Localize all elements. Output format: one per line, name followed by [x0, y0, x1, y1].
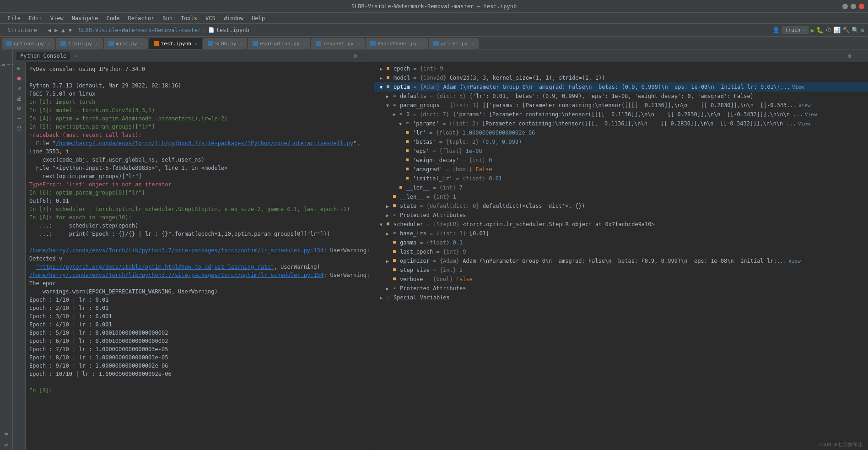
- var-optimizer-sched[interactable]: ▶ ■ optimizer = {Adam} Adam (\nParameter…: [374, 256, 868, 266]
- tab-close-options[interactable]: ✕: [48, 41, 50, 46]
- tab-basicmodel-py[interactable]: BasicModel.py ✕: [366, 38, 428, 49]
- var-lr[interactable]: ■ 'lr' = {float} 1.0000000000000002e-06: [374, 128, 868, 137]
- build-button[interactable]: 🔨: [842, 27, 850, 33]
- console-rerun-btn[interactable]: ↺: [15, 84, 23, 92]
- sidebar-structure-icon[interactable]: S: [1, 440, 11, 450]
- tab-writer-py[interactable]: writer.py ✕: [429, 38, 479, 49]
- run-config-selector[interactable]: train ▾: [782, 26, 809, 34]
- menu-navigate[interactable]: Navigate: [68, 14, 102, 22]
- tab-close-misc[interactable]: ✕: [141, 41, 144, 46]
- view-link-optim[interactable]: View: [792, 84, 804, 90]
- nav-forward[interactable]: ▶: [53, 26, 59, 34]
- tab-slbr-py[interactable]: SLBR.py ✕: [203, 38, 247, 49]
- view-link-pg0[interactable]: View: [805, 112, 817, 118]
- tab-test-ipynb[interactable]: test.ipynb ✕: [149, 38, 202, 49]
- console-print-btn[interactable]: 🖨: [15, 94, 23, 103]
- var-amsgrad[interactable]: ■ 'amsgrad' = {bool} False: [374, 165, 868, 174]
- tab-close-writer[interactable]: ✕: [471, 41, 474, 46]
- menu-vcs[interactable]: VCS: [202, 14, 219, 22]
- var-defaults[interactable]: ▶ ≡ defaults = {dict: 5} {'lr': 0.01, 'b…: [374, 92, 868, 101]
- close-button[interactable]: [859, 4, 864, 9]
- menu-tools[interactable]: Tools: [177, 14, 201, 22]
- console-output[interactable]: PyDev console: using IPython 7.34.0 Pyth…: [26, 62, 374, 450]
- settings-button[interactable]: ⚙: [861, 27, 864, 33]
- breadcrumb-file[interactable]: test.ipynb: [216, 27, 249, 33]
- profile-button[interactable]: 📊: [833, 27, 841, 33]
- var-protected-sched[interactable]: ▶ ★ Protected Attributes: [374, 284, 868, 293]
- console-clock-btn[interactable]: ⏱: [15, 125, 23, 133]
- tab-options-py[interactable]: options.py ✕: [2, 38, 55, 49]
- tab-evaluation-py[interactable]: evaluation.py ✕: [248, 38, 310, 49]
- sidebar-project-icon[interactable]: Proj: [1, 51, 11, 79]
- var-pg-0[interactable]: ▼ ≡ 0 = {dict: 7} {'params': [Parameter …: [374, 110, 868, 119]
- tab-misc-py[interactable]: misc.py ✕: [104, 38, 148, 49]
- debugger-variables-tree[interactable]: ▶ ■ epoch = {int} 9 ▶ ■ model = {Conv2d}…: [374, 62, 868, 450]
- var-verbose[interactable]: ■ verbose = {bool} False: [374, 275, 868, 284]
- var-icon-opt-sched: ■: [391, 258, 398, 264]
- var-gamma[interactable]: ■ gamma = {float} 0.1: [374, 238, 868, 247]
- console-settings[interactable]: ⚙: [351, 52, 359, 60]
- var-model[interactable]: ▶ ■ model = {Conv2d} Conv2d(3, 3, kernel…: [374, 73, 868, 82]
- menu-run[interactable]: Run: [159, 14, 176, 22]
- nav-back[interactable]: ◀: [46, 26, 52, 34]
- console-add-btn[interactable]: +: [15, 114, 23, 123]
- var-weight-decay[interactable]: ■ 'weight_decay' = {int} 0: [374, 156, 868, 165]
- menu-view[interactable]: View: [47, 14, 67, 22]
- tab-label-resunet: resunet.py: [323, 41, 353, 47]
- menu-file[interactable]: File: [4, 14, 24, 22]
- tab-close-basicmodel[interactable]: ✕: [421, 41, 423, 46]
- var-params[interactable]: ▼ ≡ 'params' = {list: 2} [Parameter cont…: [374, 119, 868, 128]
- console-line-12: ...: print("Epoch : {}/{} | lr : {}".for…: [29, 230, 370, 238]
- var-optim[interactable]: ▼ ■ optim = {Adam} Adam (\nParameter Gro…: [374, 82, 868, 92]
- menu-edit[interactable]: Edit: [25, 14, 46, 22]
- tab-close-eval[interactable]: ✕: [303, 41, 306, 46]
- var-epoch[interactable]: ▶ ■ epoch = {int} 9: [374, 64, 868, 73]
- coverage-button[interactable]: ⏱: [825, 27, 831, 33]
- var-step-size[interactable]: ■ step_size = {int} 2: [374, 266, 868, 275]
- var-param-groups[interactable]: ▼ ≡ param_groups = {list: 1} [{'params':…: [374, 101, 868, 110]
- menu-bar: File Edit View Navigate Code Refactor Ru…: [0, 13, 868, 24]
- view-link-pg[interactable]: View: [798, 103, 811, 108]
- var-state[interactable]: ▶ ■ state = {defaultdict: 0} defaultdict…: [374, 201, 868, 211]
- console-close[interactable]: −: [362, 52, 370, 60]
- var-base-lrs[interactable]: ▶ ≡ base_lrs = {list: 1} [0.01]: [374, 229, 868, 238]
- var-len-1[interactable]: ■ __len__ = {int} 1: [374, 192, 868, 201]
- search-button[interactable]: 🔍: [852, 27, 859, 33]
- var-len-7[interactable]: ■ __len__ = {int} 7: [374, 183, 868, 192]
- tab-close-slbr[interactable]: ✕: [240, 41, 243, 46]
- console-loop-btn[interactable]: ⟳: [15, 104, 23, 113]
- tab-train-py[interactable]: train.py ✕: [56, 38, 103, 49]
- var-betas[interactable]: ■ 'betas' = {tuple: 2} (0.9, 0.999): [374, 137, 868, 146]
- sidebar-bookmarks-icon[interactable]: B: [1, 429, 11, 439]
- view-link-opt-sched[interactable]: View: [788, 258, 801, 264]
- nav-up[interactable]: ▲: [60, 26, 66, 34]
- menu-help[interactable]: Help: [248, 14, 269, 22]
- menu-refactor[interactable]: Refactor: [124, 14, 158, 22]
- var-special[interactable]: ▶ ⊞ Special Variables: [374, 293, 868, 302]
- tab-close-test[interactable]: ✕: [195, 41, 198, 46]
- project-name[interactable]: SLBR-Visible-Watermark-Removal-master: [79, 27, 201, 33]
- console-tab[interactable]: Python Console: [16, 52, 70, 60]
- nav-down[interactable]: ▼: [67, 26, 73, 34]
- var-protected-optim[interactable]: ▶ ★ Protected Attributes: [374, 211, 868, 220]
- var-eps[interactable]: ■ 'eps' = {float} 1e-08: [374, 146, 868, 156]
- minimize-button[interactable]: [842, 4, 848, 9]
- debugger-settings-btn[interactable]: ⚙: [845, 52, 853, 60]
- view-link-params[interactable]: View: [798, 121, 810, 127]
- console-stop-btn[interactable]: ■: [15, 74, 23, 82]
- var-initial-lr[interactable]: ■ 'initial_lr' = {float} 0.01: [374, 174, 868, 183]
- menu-window[interactable]: Window: [220, 14, 247, 22]
- run-button[interactable]: ▶: [811, 27, 814, 34]
- console-tab-close[interactable]: ✕: [75, 53, 77, 58]
- debugger-close-btn[interactable]: −: [856, 52, 864, 60]
- tab-close-resunet[interactable]: ✕: [357, 41, 360, 46]
- maximize-button[interactable]: [851, 4, 856, 9]
- tab-resunet-py[interactable]: resunet.py ✕: [311, 38, 364, 49]
- console-line-6: In [4]: optim = torch.optim.Adam(model.p…: [29, 114, 370, 123]
- var-last-epoch[interactable]: ■ last_epoch = {int} 9: [374, 247, 868, 256]
- var-scheduler[interactable]: ▼ ■ scheduler = {StepLR} <torch.optim.lr…: [374, 220, 868, 229]
- menu-code[interactable]: Code: [103, 14, 124, 22]
- tab-close-train[interactable]: ✕: [96, 41, 98, 46]
- console-run-btn[interactable]: ▶: [15, 64, 23, 72]
- debug-button[interactable]: 🐛: [816, 27, 824, 33]
